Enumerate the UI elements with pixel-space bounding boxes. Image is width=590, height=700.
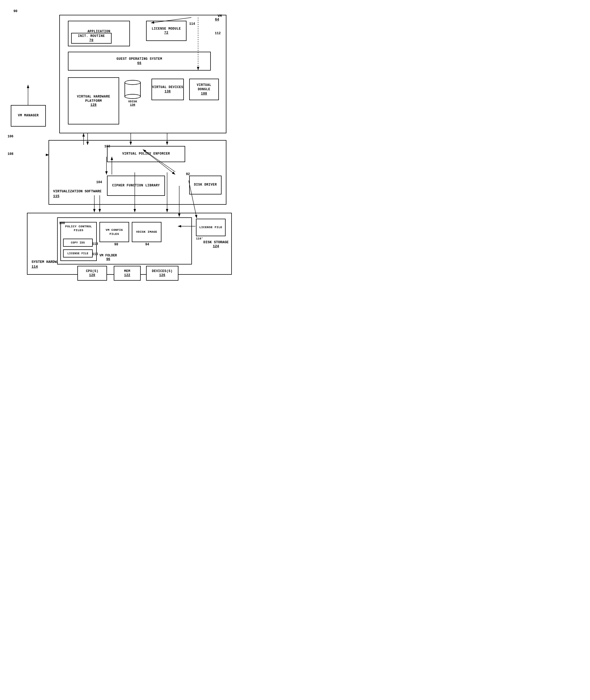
architecture-diagram: 90 VM 64 APPLICATION 62 INIT. ROUTINE 70… [5, 5, 237, 280]
vm-config-files-box: VM CONFIG FILES [99, 222, 129, 242]
policy-control-files-box: POLICY CONTROL FILES COPY IDS LICENSE FI… [61, 222, 97, 261]
virtual-policy-enforcer-box: VIRTUAL POLICY ENFORCER [107, 146, 185, 162]
vm-manager-box: VM MANAGER [11, 105, 46, 127]
arrow-112-label: 112 [215, 31, 221, 35]
vm-config-ref: 98 [114, 243, 118, 246]
virtualization-sw-outer-box: VIRTUALIZATION SOFTWARE 115 VIRTUAL POLI… [48, 140, 226, 205]
license-module-box: LICENSE MODULE 72 [146, 21, 187, 41]
storage-inner-box: POLICY CONTROL FILES COPY IDS LICENSE FI… [57, 217, 192, 264]
vdisk-image-box: VDISK IMAGE [132, 222, 162, 242]
vm-ref: 64 [215, 17, 219, 21]
cipher-ref: 104 [96, 181, 102, 184]
devices-box: DEVICES(S) 126 [146, 266, 178, 281]
init-routine-box: INIT. ROUTINE 70 [71, 33, 112, 44]
vdisk-cylinder: VDISK 136 [124, 80, 141, 106]
vm-outer-box: VM 64 APPLICATION 62 INIT. ROUTINE 70 LI… [59, 15, 226, 133]
cipher-function-box: CIPHER FUNCTION LIBRARY [107, 176, 165, 196]
virtual-dongle-box: VIRTUAL DONGLE 188 [189, 79, 219, 100]
vm-folder-label: VM FOLDER 96 [99, 254, 117, 261]
system-hw-outer-box: SYSTEM HARDWARE 114 POLICY CONTROL FILES… [27, 213, 232, 275]
disk-driver-ref: 92 [186, 172, 190, 176]
virtualization-sw-label: VIRTUALIZATION SOFTWARE 115 [53, 189, 101, 199]
virtual-devices-box: VIRTUAL DEVICES 138 [152, 79, 184, 100]
license-outer-ref: 116' [196, 237, 203, 240]
disk-storage-label: DISK STORAGE 124 [203, 240, 228, 248]
cpu-box: CPU(S) 120 [77, 266, 107, 281]
virtual-hw-platform-box: VIRTUAL HARDWARE PLATFORM 128 [68, 77, 119, 124]
vpe-ref: 102 [104, 145, 110, 148]
vdisk-image-ref: 94 [145, 243, 149, 246]
license-file-inner-box: LICENSE FILE [63, 249, 93, 257]
vdisk-label: VDISK 136 [128, 100, 137, 106]
guest-os-box: GUEST OPERATING SYSTEM 66 [68, 52, 211, 71]
disk-driver-box: DISK DRIVER [189, 176, 221, 195]
copy-ids-box: COPY IDS [63, 239, 93, 247]
mem-box: MEM 122 [114, 266, 141, 281]
license-file-outer-box: LICENSE FILE [196, 219, 225, 236]
arrow-114-label: 114 [189, 22, 195, 26]
ref-90: 90 [13, 9, 17, 13]
license-inner-ref: 116 [92, 252, 98, 256]
application-box: APPLICATION 62 INIT. ROUTINE 70 [68, 21, 130, 46]
arrow-106-label: 106 [8, 135, 13, 138]
copy-ids-ref: 118 [92, 242, 98, 246]
policy-ref: 100 [59, 221, 65, 225]
arrow-108-label: 108 [8, 152, 13, 156]
